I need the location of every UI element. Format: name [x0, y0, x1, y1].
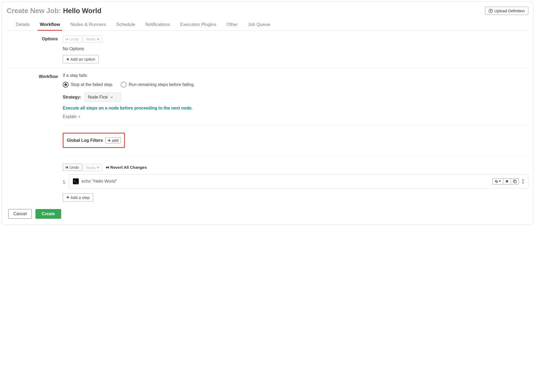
- close-icon: [505, 180, 509, 183]
- global-log-filters-highlight: Global Log Filters add: [63, 133, 125, 148]
- redo-step-forward-icon: [97, 38, 99, 41]
- terminal-icon: >_: [73, 178, 79, 184]
- svg-rect-3: [66, 166, 66, 169]
- options-redo-button[interactable]: Redo: [83, 36, 102, 43]
- tab-notifications[interactable]: Notifications: [145, 20, 171, 30]
- tab-job-queue[interactable]: Job Queue: [247, 20, 271, 30]
- tab-nodes-runners[interactable]: Nodes & Runners: [70, 20, 107, 30]
- copy-icon: [513, 180, 517, 183]
- workflow-undo-label: Undo: [69, 165, 79, 170]
- tab-details[interactable]: Details: [15, 20, 30, 30]
- divider: [63, 156, 528, 156]
- tab-other[interactable]: Other: [226, 20, 238, 30]
- add-option-label: Add an option: [70, 57, 95, 61]
- strategy-row: Strategy: Node First: [63, 92, 528, 102]
- undo-step-back-icon: [66, 166, 68, 169]
- add-option-button[interactable]: Add an option: [63, 55, 99, 63]
- chevron-down-icon: [110, 96, 113, 98]
- svg-rect-2: [99, 38, 99, 41]
- gear-icon: [495, 180, 498, 183]
- svg-rect-6: [514, 181, 516, 183]
- options-undo-redo-row: Undo Redo: [63, 36, 102, 43]
- step-settings-button[interactable]: [493, 179, 503, 184]
- tab-schedule[interactable]: Schedule: [116, 20, 136, 30]
- workflow-redo-label: Redo: [86, 165, 96, 170]
- strategy-value: Node First: [88, 95, 108, 100]
- radio-run-remaining[interactable]: Run remaining steps before failing.: [121, 82, 195, 88]
- workflow-redo-button[interactable]: Redo: [83, 164, 102, 171]
- divider: [63, 125, 528, 125]
- step-action-group: [492, 178, 519, 185]
- add-step-label: Add a step: [70, 195, 90, 200]
- radio-stop-label: Stop at the failed step.: [71, 82, 113, 87]
- options-undo-button[interactable]: Undo: [63, 36, 82, 43]
- tab-execution-plugins[interactable]: Execution Plugins: [180, 20, 217, 30]
- caret-down-icon: [499, 181, 501, 182]
- global-log-filters-label: Global Log Filters: [67, 138, 103, 143]
- revert-all-changes-button[interactable]: Revert All Changes: [105, 165, 147, 170]
- radio-run-remaining-label: Run remaining steps before failing.: [129, 82, 195, 87]
- explain-toggle[interactable]: Explain: [63, 114, 528, 119]
- step-fail-label: If a step fails:: [63, 73, 528, 78]
- step-actions: [492, 178, 524, 185]
- chevron-right-icon: [78, 115, 80, 118]
- workflow-undo-button[interactable]: Undo: [63, 164, 82, 171]
- radio-checked-icon: [63, 82, 69, 88]
- step-row-wrap: 1. >_ echo "Hello World": [63, 171, 528, 193]
- step-command: echo "Hello World": [81, 179, 117, 184]
- plus-icon: [66, 196, 69, 199]
- step-item[interactable]: >_ echo "Hello World": [69, 174, 528, 189]
- upload-label: Upload Definition: [494, 9, 525, 13]
- footer-row: Cancel Create: [7, 206, 528, 220]
- strategy-select[interactable]: Node First: [84, 92, 121, 102]
- rewind-icon: [105, 166, 109, 169]
- workflow-steps-toolbar: Undo Redo Revert All Changes: [63, 164, 528, 171]
- title-prefix: Create New Job:: [7, 7, 63, 15]
- add-filter-label: add: [112, 138, 119, 143]
- page-container: Create New Job: Hello World Upload Defin…: [2, 2, 533, 225]
- strategy-description: Execute all steps on a node before proce…: [63, 106, 528, 111]
- header-row: Create New Job: Hello World Upload Defin…: [7, 7, 528, 15]
- explain-label: Explain: [63, 114, 77, 119]
- options-block: Options Undo Redo No Options Add an opti…: [7, 31, 528, 68]
- step-fail-radio-row: Stop at the failed step. Run remaining s…: [63, 82, 528, 88]
- add-log-filter-button[interactable]: add: [105, 137, 121, 143]
- plus-icon: [66, 58, 69, 61]
- options-undo-label: Undo: [69, 37, 79, 41]
- no-options-text: No Options: [63, 46, 528, 51]
- strategy-label: Strategy:: [63, 95, 81, 100]
- redo-step-forward-icon: [97, 166, 99, 169]
- tabs: Details Workflow Nodes & Runners Schedul…: [7, 17, 528, 31]
- step-number: 1.: [63, 180, 66, 185]
- add-step-button[interactable]: Add a step: [63, 193, 93, 202]
- undo-step-back-icon: [66, 38, 68, 41]
- options-redo-label: Redo: [86, 37, 96, 41]
- radio-stop[interactable]: Stop at the failed step.: [63, 82, 113, 88]
- drag-handle[interactable]: [522, 179, 524, 184]
- page-title: Create New Job: Hello World: [7, 7, 101, 15]
- revert-label: Revert All Changes: [110, 165, 147, 170]
- options-content: Undo Redo No Options Add an option: [63, 36, 528, 63]
- job-name: Hello World: [63, 7, 101, 15]
- drag-vertical-icon: [522, 179, 524, 184]
- plus-icon: [108, 139, 111, 142]
- workflow-content: If a step fails: Stop at the failed step…: [63, 73, 528, 202]
- tab-workflow[interactable]: Workflow: [39, 20, 61, 30]
- workflow-block: Workflow If a step fails: Stop at the fa…: [7, 68, 528, 206]
- upload-icon: [489, 9, 493, 13]
- step-copy-button[interactable]: [511, 179, 519, 184]
- options-label: Options: [7, 36, 63, 63]
- create-button[interactable]: Create: [36, 209, 61, 219]
- workflow-label: Workflow: [7, 73, 63, 202]
- svg-rect-1: [66, 38, 66, 41]
- upload-definition-button[interactable]: Upload Definition: [485, 7, 528, 15]
- cancel-button[interactable]: Cancel: [8, 209, 32, 219]
- step-left: >_ echo "Hello World": [73, 178, 117, 184]
- step-delete-button[interactable]: [503, 179, 511, 184]
- svg-rect-4: [99, 166, 99, 169]
- radio-unchecked-icon: [121, 82, 127, 88]
